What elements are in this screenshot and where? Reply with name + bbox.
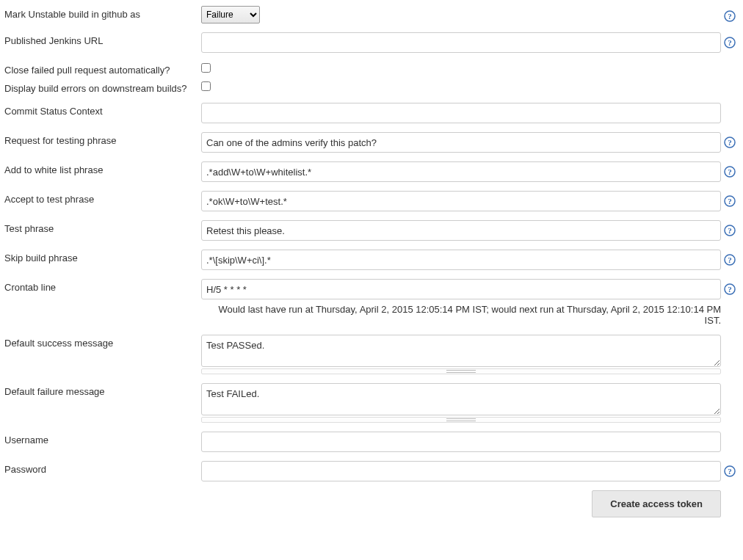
commit-context-label: Commit Status Context (4, 103, 201, 117)
password-label: Password (4, 461, 201, 475)
display-errors-checkbox[interactable] (201, 81, 211, 91)
close-failed-checkbox[interactable] (201, 63, 211, 73)
request-testing-input[interactable] (201, 132, 721, 153)
success-msg-label: Default success message (4, 335, 201, 349)
close-failed-label: Close failed pull request automatically? (4, 62, 201, 76)
svg-text:?: ? (728, 467, 732, 476)
svg-text:?: ? (728, 255, 732, 264)
display-errors-label: Display build errors on downstream build… (4, 80, 201, 94)
failure-msg-textarea[interactable] (201, 383, 721, 415)
success-msg-textarea[interactable] (201, 335, 721, 367)
test-phrase-label: Test phrase (4, 220, 201, 234)
svg-text:?: ? (728, 38, 732, 47)
published-url-input[interactable] (201, 32, 721, 53)
resize-handle[interactable] (201, 368, 721, 374)
skip-build-label: Skip build phrase (4, 250, 201, 263)
whitelist-label: Add to white list phrase (4, 161, 201, 175)
help-icon[interactable]: ? (724, 10, 736, 22)
crontab-label: Crontab line (4, 279, 201, 293)
resize-handle[interactable] (201, 417, 721, 423)
help-icon[interactable]: ? (724, 225, 736, 236)
crontab-hint: Would last have run at Thursday, April 2… (201, 304, 721, 326)
failure-msg-label: Default failure message (4, 383, 201, 397)
mark-unstable-select[interactable]: Failure (201, 6, 260, 23)
whitelist-input[interactable] (201, 161, 721, 182)
crontab-input[interactable] (201, 279, 721, 299)
help-icon[interactable]: ? (724, 465, 736, 477)
svg-text:?: ? (728, 226, 732, 235)
svg-text:?: ? (728, 285, 732, 294)
request-testing-label: Request for testing phrase (4, 132, 201, 146)
password-input[interactable] (201, 461, 721, 481)
svg-text:?: ? (728, 12, 732, 21)
test-phrase-input[interactable] (201, 220, 721, 241)
help-icon[interactable]: ? (724, 166, 736, 178)
skip-build-input[interactable] (201, 250, 721, 270)
help-icon[interactable]: ? (724, 37, 736, 48)
published-url-label: Published Jenkins URL (4, 32, 201, 46)
create-access-token-button[interactable]: Create access token (592, 490, 721, 517)
help-icon[interactable]: ? (724, 283, 736, 295)
svg-text:?: ? (728, 138, 732, 147)
mark-unstable-label: Mark Unstable build in github as (4, 6, 201, 20)
svg-text:?: ? (728, 197, 732, 206)
help-icon[interactable]: ? (724, 195, 736, 207)
username-input[interactable] (201, 432, 721, 452)
username-label: Username (4, 432, 201, 446)
accept-test-label: Accept to test phrase (4, 191, 201, 205)
help-icon[interactable]: ? (724, 254, 736, 266)
help-icon[interactable]: ? (724, 137, 736, 148)
accept-test-input[interactable] (201, 191, 721, 211)
commit-context-input[interactable] (201, 103, 721, 123)
svg-text:?: ? (728, 167, 732, 176)
